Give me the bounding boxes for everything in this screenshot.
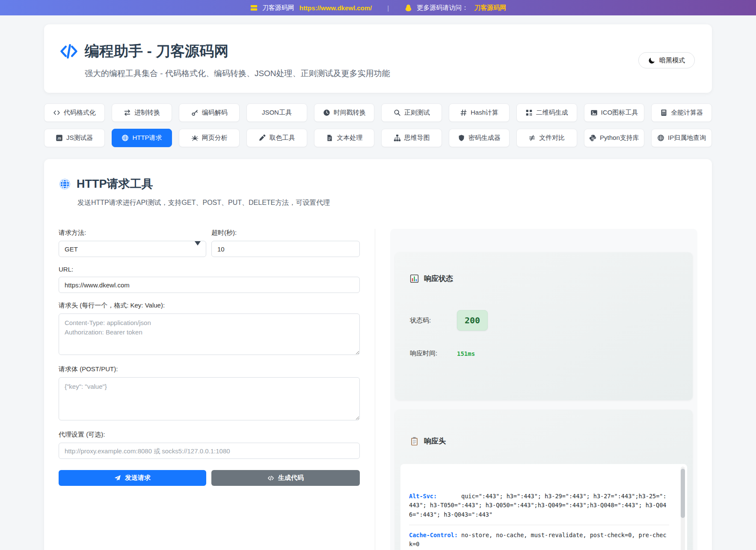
tab-qrcode-gen[interactable]: 二维码生成 [516,103,577,122]
status-code-badge: 200 [457,310,488,331]
tab-regex-test[interactable]: 正则测试 [381,103,442,122]
response-header-key: Cache-Control: [409,531,461,540]
response-headers-title: 响应头 [424,436,446,446]
tab-timestamp[interactable]: 时间戳转换 [314,103,375,122]
tab-label: IP归属地查询 [668,134,706,142]
paper-plane-icon [114,475,121,482]
tab-label: 文件对比 [539,134,565,142]
proxy-input[interactable] [59,443,360,459]
tab-json-tools[interactable]: JSON工具 [246,103,307,122]
tab-label: 正则测试 [404,109,430,117]
response-time-value: 151ms [457,350,475,357]
page-title: 编程助手 - 刀客源码网 [85,41,228,61]
tab-label: JSON工具 [262,109,292,117]
bar-chart-icon [410,274,419,283]
method-select[interactable]: GET [59,241,206,257]
moon-icon [648,57,655,64]
exchange-icon [124,109,131,116]
dark-mode-button[interactable]: 暗黑模式 [638,52,695,68]
tab-encode-decode[interactable]: 编码解码 [179,103,240,122]
tab-color-picker[interactable]: 取色工具 [246,129,307,147]
response-header-key: Alt-Svc: [409,492,461,501]
scrollbar-thumb[interactable] [681,469,685,518]
page-header-card: 编程助手 - 刀客源码网 强大的编程工具集合 - 代码格式化、编码转换、JSON… [44,24,712,93]
sitemap-icon [394,134,401,142]
tab-ip-lookup[interactable]: IP归属地查询 [651,129,712,147]
tab-label: 全能计算器 [671,109,703,117]
yellow-bars-icon [250,4,258,12]
tool-tabs: 代码格式化进制转换编码解码JSON工具时间戳转换正则测试Hash计算二维码生成I… [44,103,712,147]
scrollbar[interactable] [681,467,685,550]
tab-calculator[interactable]: 全能计算器 [651,103,712,122]
tab-file-diff[interactable]: 文件对比 [516,129,577,147]
code-icon [267,475,274,482]
tab-http-request[interactable]: HTTP请求 [112,129,172,147]
tab-label: 编码解码 [202,109,228,117]
send-request-label: 发送请求 [125,474,151,482]
not-equal-icon [528,134,536,142]
tab-hash-calc[interactable]: Hash计算 [449,103,510,122]
request-form: 请求方法: GET 超时(秒): URL: [59,229,360,550]
code-icon [53,109,60,116]
tab-web-analyze[interactable]: 网页分析 [179,129,240,147]
request-body-label: 请求体 (POST/PUT): [59,365,360,373]
tab-label: 密码生成器 [468,134,501,142]
search-icon [394,109,401,116]
hash-icon [460,109,467,116]
tab-ico-tool[interactable]: ICO图标工具 [584,103,645,122]
globe-icon [122,134,129,142]
file-text-icon [326,134,333,142]
tool-title: HTTP请求工具 [77,176,153,192]
tab-password-gen[interactable]: 密码生成器 [449,129,510,147]
http-tool-card: HTTP请求工具 发送HTTP请求进行API测试，支持GET、POST、PUT、… [44,159,712,550]
page-header-left: 编程助手 - 刀客源码网 强大的编程工具集合 - 代码格式化、编码转换、JSON… [59,41,390,79]
response-panel: 响应状态 状态码: 200 响应时间: 151ms [390,229,697,550]
image-icon [590,109,598,116]
generate-code-button[interactable]: 生成代码 [211,470,360,486]
request-headers-textarea[interactable] [59,313,360,355]
url-label: URL: [59,266,360,273]
request-body-textarea[interactable] [59,377,360,420]
tab-label: 取色工具 [269,134,295,142]
spider-icon [191,134,199,142]
response-status-title: 响应状态 [424,274,453,284]
code-icon [59,42,78,61]
tab-base-convert[interactable]: 进制转换 [112,103,172,122]
svg-text:JS: JS [57,136,61,140]
js-icon: JS [56,134,63,142]
python-icon [589,134,596,142]
calculator-icon [660,109,667,116]
globe-icon [657,134,664,142]
tab-label: 二维码生成 [536,109,568,117]
clock-icon [323,109,330,116]
topbar-site-url-link[interactable]: https://www.dkewl.com/ [299,4,372,12]
eyedropper-icon [258,134,266,142]
topbar-more-link[interactable]: 刀客源码网 [474,4,506,12]
tab-python-lib[interactable]: Python支持库 [584,129,645,147]
key-icon [191,109,199,116]
response-headers-card: 响应头 Alt-Svc:quic=":443"; h3=":443"; h3-2… [395,410,693,550]
tab-js-tester[interactable]: JSJS测试器 [44,129,105,147]
tab-code-format[interactable]: 代码格式化 [44,103,105,122]
qrcode-icon [525,109,533,116]
response-headers-list: Alt-Svc:quic=":443"; h3=":443"; h3-29=":… [409,486,669,550]
response-header-row: Alt-Svc:quic=":443"; h3=":443"; h3-29=":… [409,486,669,525]
send-request-button[interactable]: 发送请求 [59,470,206,486]
bell-icon [404,4,412,12]
method-label: 请求方法: [59,229,206,237]
tab-label: 文本处理 [337,134,362,142]
response-headers-box: Alt-Svc:quic=":443"; h3=":443"; h3-29=":… [400,464,687,550]
timeout-input[interactable] [211,241,360,257]
column-divider [375,229,375,550]
method-select-value: GET [65,245,78,253]
page-subtitle: 强大的编程工具集合 - 代码格式化、编码转换、JSON处理、正则测试及更多实用功… [85,68,390,79]
shield-icon [458,134,465,142]
tab-label: 代码格式化 [64,109,96,117]
tab-label: Hash计算 [471,109,498,117]
chevron-down-icon [195,241,201,245]
tab-mindmap[interactable]: 思维导图 [381,129,442,147]
topbar-divider: | [387,4,389,12]
tab-label: ICO图标工具 [601,109,638,117]
url-input[interactable] [59,277,360,293]
tab-text-process[interactable]: 文本处理 [314,129,375,147]
